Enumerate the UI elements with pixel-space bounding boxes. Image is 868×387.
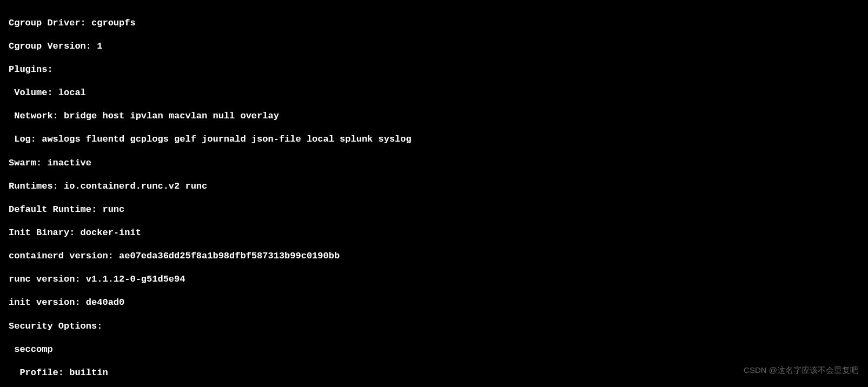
output-line: Network: bridge host ipvlan macvlan null… bbox=[9, 110, 859, 122]
output-line: init version: de40ad0 bbox=[9, 297, 859, 309]
terminal-output: Cgroup Driver: cgroupfs Cgroup Version: … bbox=[9, 5, 859, 387]
output-line: containerd version: ae07eda36dd25f8a1b98… bbox=[9, 250, 859, 262]
output-line: Swarm: inactive bbox=[9, 157, 859, 169]
output-line: Security Options: bbox=[9, 321, 859, 332]
output-line: Plugins: bbox=[9, 64, 859, 76]
output-line: runc version: v1.1.12-0-g51d5e94 bbox=[9, 273, 859, 285]
output-line: Default Runtime: runc bbox=[9, 204, 859, 216]
output-line: Cgroup Version: 1 bbox=[9, 41, 859, 52]
output-line: Log: awslogs fluentd gcplogs gelf journa… bbox=[9, 134, 859, 145]
output-line: Init Binary: docker-init bbox=[9, 227, 859, 239]
watermark-text: CSDN @这名字应该不会重复吧 bbox=[744, 365, 858, 375]
output-line: Cgroup Driver: cgroupfs bbox=[9, 17, 859, 29]
output-line: seccomp bbox=[9, 344, 859, 356]
output-line: Volume: local bbox=[9, 87, 859, 99]
output-line: Profile: builtin bbox=[9, 367, 859, 379]
output-line: Runtimes: io.containerd.runc.v2 runc bbox=[9, 181, 859, 192]
